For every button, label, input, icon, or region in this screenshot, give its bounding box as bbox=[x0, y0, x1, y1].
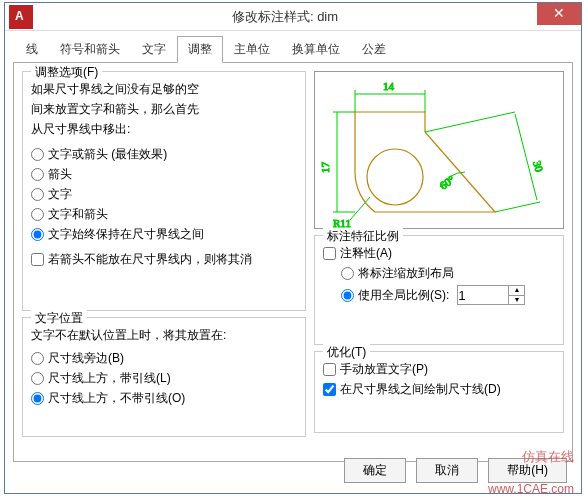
scale-spinner[interactable]: ▲▼ bbox=[509, 285, 525, 305]
close-button[interactable]: ✕ bbox=[537, 3, 581, 25]
annotative-label: 注释性(A) bbox=[340, 245, 392, 262]
svg-line-10 bbox=[350, 197, 370, 220]
scale-group: 标注特征比例 注释性(A) 将标注缩放到布局 使用全局比例(S): ▲▼ bbox=[314, 235, 564, 345]
fit-radio-arrows-label: 箭头 bbox=[48, 166, 72, 183]
draw-dimline-checkbox[interactable] bbox=[323, 383, 336, 396]
tune-group: 优化(T) 手动放置文字(P) 在尺寸界线之间绘制尺寸线(D) bbox=[314, 351, 564, 433]
app-icon bbox=[9, 5, 33, 29]
titlebar: 修改标注样式: dim ✕ bbox=[5, 3, 581, 31]
watermark-text: 仿真在线 bbox=[522, 448, 574, 466]
fit-options-legend: 调整选项(F) bbox=[31, 64, 102, 81]
scale-value-input[interactable] bbox=[457, 285, 509, 305]
fit-radio-arrows[interactable] bbox=[31, 168, 44, 181]
manual-text-checkbox[interactable] bbox=[323, 363, 336, 376]
fit-options-group: 调整选项(F) 如果尺寸界线之间没有足够的空 间来放置文字和箭头，那么首先 从尺… bbox=[22, 71, 306, 311]
tab-fit[interactable]: 调整 bbox=[177, 36, 223, 63]
dialog-window: 修改标注样式: dim ✕ 线 符号和箭头 文字 调整 主单位 换算单位 公差 … bbox=[4, 2, 582, 494]
fit-suppress-arrows-checkbox[interactable] bbox=[31, 253, 44, 266]
scale-overall-label: 使用全局比例(S): bbox=[358, 287, 449, 304]
text-pos-over-noleader-label: 尺寸线上方，不带引线(O) bbox=[48, 390, 185, 407]
preview-dim-17: 17 bbox=[319, 162, 331, 174]
fit-radio-both[interactable] bbox=[31, 208, 44, 221]
tab-primary-units[interactable]: 主单位 bbox=[223, 36, 281, 63]
cancel-button[interactable]: 取消 bbox=[416, 458, 478, 483]
text-placement-group: 文字位置 文字不在默认位置上时，将其放置在: 尺寸线旁边(B) 尺寸线上方，带引… bbox=[22, 317, 306, 437]
draw-dimline-label: 在尺寸界线之间绘制尺寸线(D) bbox=[340, 381, 501, 398]
svg-point-0 bbox=[367, 149, 423, 205]
tune-legend: 优化(T) bbox=[323, 344, 370, 361]
scale-overall-radio[interactable] bbox=[341, 289, 354, 302]
text-pos-beside-label: 尺寸线旁边(B) bbox=[48, 350, 124, 367]
scale-legend: 标注特征比例 bbox=[323, 228, 403, 245]
svg-line-9 bbox=[515, 114, 537, 200]
preview-dim-14: 14 bbox=[383, 80, 395, 92]
svg-line-7 bbox=[425, 112, 515, 132]
fit-radio-text[interactable] bbox=[31, 188, 44, 201]
tab-alternate-units[interactable]: 换算单位 bbox=[281, 36, 351, 63]
tab-symbols[interactable]: 符号和箭头 bbox=[49, 36, 131, 63]
fit-intro-3: 从尺寸界线中移出: bbox=[31, 121, 297, 138]
fit-intro-2: 间来放置文字和箭头，那么首先 bbox=[31, 101, 297, 118]
text-pos-over-noleader-radio[interactable] bbox=[31, 392, 44, 405]
tab-panel: 调整选项(F) 如果尺寸界线之间没有足够的空 间来放置文字和箭头，那么首先 从尺… bbox=[13, 62, 573, 462]
fit-radio-both-label: 文字和箭头 bbox=[48, 206, 108, 223]
dialog-title: 修改标注样式: dim bbox=[33, 8, 537, 26]
fit-intro-1: 如果尺寸界线之间没有足够的空 bbox=[31, 81, 297, 98]
fit-radio-text-label: 文字 bbox=[48, 186, 72, 203]
text-placement-intro: 文字不在默认位置上时，将其放置在: bbox=[31, 327, 297, 344]
tab-line[interactable]: 线 bbox=[15, 36, 49, 63]
tab-text[interactable]: 文字 bbox=[131, 36, 177, 63]
preview-dim-30: 30 bbox=[531, 159, 546, 173]
manual-text-label: 手动放置文字(P) bbox=[340, 361, 428, 378]
fit-radio-either[interactable] bbox=[31, 148, 44, 161]
scale-layout-label: 将标注缩放到布局 bbox=[358, 265, 454, 282]
annotative-checkbox[interactable] bbox=[323, 247, 336, 260]
ok-button[interactable]: 确定 bbox=[344, 458, 406, 483]
fit-radio-always[interactable] bbox=[31, 228, 44, 241]
preview-drawing: 14 17 30 60° R11 bbox=[315, 72, 563, 228]
text-pos-over-leader-radio[interactable] bbox=[31, 372, 44, 385]
scale-layout-radio[interactable] bbox=[341, 267, 354, 280]
fit-radio-either-label: 文字或箭头 (最佳效果) bbox=[48, 146, 167, 163]
text-pos-beside-radio[interactable] bbox=[31, 352, 44, 365]
fit-suppress-arrows-label: 若箭头不能放在尺寸界线内，则将其消 bbox=[48, 251, 252, 268]
tab-tolerance[interactable]: 公差 bbox=[351, 36, 397, 63]
text-pos-over-leader-label: 尺寸线上方，带引线(L) bbox=[48, 370, 171, 387]
fit-radio-always-label: 文字始终保持在尺寸界线之间 bbox=[48, 226, 204, 243]
preview-radius-11: R11 bbox=[333, 217, 351, 228]
watermark-url: www.1CAE.com bbox=[488, 482, 574, 496]
preview-pane: 14 17 30 60° R11 bbox=[314, 71, 564, 229]
text-placement-legend: 文字位置 bbox=[31, 310, 87, 327]
svg-line-8 bbox=[495, 202, 540, 212]
preview-angle-60: 60° bbox=[437, 173, 457, 192]
tab-bar: 线 符号和箭头 文字 调整 主单位 换算单位 公差 bbox=[15, 36, 575, 63]
